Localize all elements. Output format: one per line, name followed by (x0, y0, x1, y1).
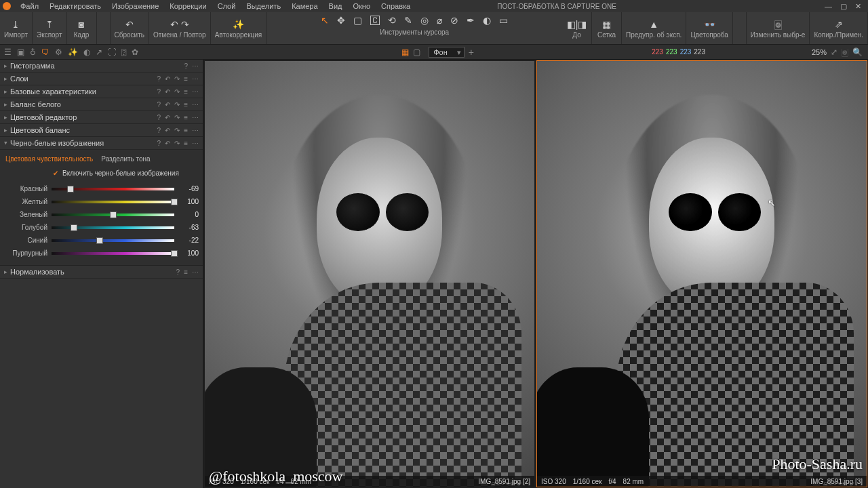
cursor-tool-icon[interactable]: ⊘ (450, 15, 458, 26)
panel-control-icon[interactable]: ≡ (184, 140, 188, 147)
panel-control-icon[interactable]: ? (157, 75, 161, 83)
panel-control-icon[interactable]: ↶ (165, 75, 170, 83)
toolbar-button[interactable]: ◙Кадр (67, 12, 97, 44)
panel-control-icon[interactable]: ⋯ (192, 127, 199, 134)
zoom-copy-icon[interactable]: 🀙 (842, 47, 848, 57)
panel-control-icon[interactable]: ⋯ (192, 101, 199, 108)
menu-item[interactable]: Выделить (241, 1, 286, 12)
tool-tab-icon[interactable]: ↗ (96, 47, 102, 57)
view-grid-icon[interactable]: ▦ (401, 47, 409, 57)
panel-control-icon[interactable]: ? (157, 101, 161, 108)
toolbar-button[interactable]: ⇗Копир./Примен. (810, 12, 868, 44)
slider-track[interactable] (52, 201, 174, 203)
panel-control-icon[interactable]: ↷ (174, 75, 180, 83)
panel-header[interactable]: ▸ Слои ?↶↷≡⋯ (0, 73, 203, 85)
window-maximize[interactable]: ▢ (840, 2, 847, 11)
panel-control-icon[interactable]: ? (157, 127, 161, 134)
view-single-icon[interactable]: ▢ (413, 47, 420, 57)
toolbar-button[interactable]: ▲Предупр. об эксп. (622, 12, 686, 44)
panel-control-icon[interactable]: ↶ (165, 114, 170, 121)
panel-control-icon[interactable]: ⋯ (192, 75, 199, 83)
panel-control-icon[interactable]: ↷ (174, 101, 180, 108)
panel-control-icon[interactable]: ? (176, 268, 180, 276)
slider-knob[interactable] (71, 224, 77, 231)
panel-control-icon[interactable]: ↶ (165, 127, 170, 134)
panel-control-icon[interactable]: ≡ (184, 75, 188, 83)
menu-item[interactable]: Изображение (106, 1, 164, 12)
enable-bw-checkbox-label[interactable]: Включить черно-белые изображения (62, 169, 179, 177)
cursor-tool-icon[interactable]: 🄲 (370, 15, 380, 26)
slider-knob[interactable] (110, 211, 117, 218)
panel-control-icon[interactable]: ↷ (174, 127, 180, 134)
menu-item[interactable]: Коррекции (164, 1, 212, 12)
toolbar-button[interactable]: ▦Сетка (592, 12, 622, 44)
menu-item[interactable]: Редактировать (44, 1, 106, 12)
panel-header[interactable]: ▸ Черно-белые изображения ?↶↷≡⋯ (0, 137, 203, 150)
slider-track[interactable] (52, 239, 174, 242)
slider-track[interactable] (52, 252, 174, 255)
tool-tab-icon[interactable]: ♁ (30, 47, 36, 57)
panel-control-icon[interactable]: ≡ (184, 268, 188, 276)
layer-select[interactable]: Фон (429, 47, 465, 58)
toolbar-button[interactable]: 👓Цветопроба (686, 12, 732, 44)
cursor-tool-icon[interactable]: ◎ (420, 15, 429, 26)
tool-tab-icon[interactable]: ⚙ (55, 47, 62, 57)
cursor-tool-icon[interactable]: ✎ (404, 15, 412, 26)
toolbar-button[interactable]: ⤒Экспорт (33, 12, 67, 44)
menu-item[interactable]: Файл (15, 1, 44, 12)
panel-control-icon[interactable]: ≡ (184, 88, 188, 96)
panel-header[interactable]: ▸ Цветовой баланс ?↶↷≡⋯ (0, 124, 203, 137)
menu-item[interactable]: Слой (212, 1, 241, 12)
panel-control-icon[interactable]: ↶ (165, 140, 170, 147)
checkbox-check-icon[interactable]: ✔ (53, 169, 58, 177)
panel-header[interactable]: ▸ Базовые характеристики ?↶↷≡⋯ (0, 85, 203, 98)
subtab-sensitivity[interactable]: Цветовая чувствительность (5, 155, 93, 163)
window-close[interactable]: ✕ (855, 2, 861, 11)
slider-knob[interactable] (171, 199, 178, 205)
menu-item[interactable]: Камера (286, 1, 323, 12)
panel-control-icon[interactable]: ? (157, 140, 161, 147)
toolbar-button[interactable]: ↶ ↷Отмена / Повтор (149, 12, 211, 44)
panel-header[interactable]: ▸ Нормализовать ?≡⋯ (0, 266, 203, 279)
toolbar-button[interactable]: ◧|◨До (562, 12, 592, 44)
slider-knob[interactable] (67, 186, 74, 192)
slider-track[interactable] (52, 226, 174, 229)
panel-control-icon[interactable]: ≡ (184, 127, 188, 134)
panel-control-icon[interactable]: ↶ (165, 101, 170, 108)
tool-tab-icon[interactable]: ▣ (17, 47, 24, 57)
panel-control-icon[interactable]: ↷ (174, 140, 180, 147)
panel-control-icon[interactable]: ≡ (184, 101, 188, 108)
panel-control-icon[interactable]: ? (157, 88, 161, 96)
cursor-tool-icon[interactable]: ◐ (483, 15, 491, 26)
tool-tab-icon[interactable]: ✨ (68, 47, 78, 57)
image-pane-left[interactable]: ISO 320 1/160 сек f/4 82 mm IMG_8591.jpg… (205, 61, 534, 487)
window-minimize[interactable]: — (825, 2, 832, 11)
panel-control-icon[interactable]: ? (184, 62, 188, 70)
panel-control-icon[interactable]: ⋯ (192, 62, 199, 70)
panel-control-icon[interactable]: ⋯ (192, 140, 199, 147)
panel-control-icon[interactable]: ⋯ (192, 114, 199, 121)
menu-item[interactable]: Вид (323, 1, 348, 12)
image-pane-right[interactable]: ↖ ISO 320 1/160 сек f/4 82 mm IMG_8591.j… (537, 61, 867, 487)
tool-tab-icon[interactable]: ◐ (83, 47, 90, 57)
toolbar-button[interactable]: ↶Сбросить (111, 12, 149, 44)
cursor-tool-icon[interactable]: ⟲ (388, 15, 396, 26)
menu-item[interactable]: Справка (376, 1, 416, 12)
cursor-tool-icon[interactable]: ✒ (467, 15, 475, 26)
rating-dots[interactable]: ○○○○○ ····· (823, 479, 863, 487)
panel-header[interactable]: ▸ Баланс белого ?↶↷≡⋯ (0, 98, 203, 111)
slider-knob[interactable] (171, 250, 178, 257)
tool-tab-icon[interactable]: 🗨 (41, 47, 50, 57)
panel-header[interactable]: ▸ Цветовой редактор ?↶↷≡⋯ (0, 111, 203, 124)
add-layer-icon[interactable]: + (469, 47, 474, 58)
cursor-tool-icon[interactable]: ▭ (499, 15, 508, 26)
menu-item[interactable]: Окно (347, 1, 376, 12)
toolbar-button[interactable]: ⤓Импорт (0, 12, 33, 44)
panel-control-icon[interactable]: ≡ (184, 114, 188, 121)
subtab-split-tone[interactable]: Разделить тона (101, 155, 150, 163)
tool-tab-icon[interactable]: ⛶ (108, 47, 116, 57)
rating-dots[interactable]: ○○○○○ ····· (491, 479, 530, 487)
zoom-fit-icon[interactable]: ⤢ (831, 47, 837, 57)
tool-tab-icon[interactable]: ✿ (132, 47, 138, 57)
panel-header[interactable]: ▸ Гистограмма ?⋯ (0, 60, 203, 73)
